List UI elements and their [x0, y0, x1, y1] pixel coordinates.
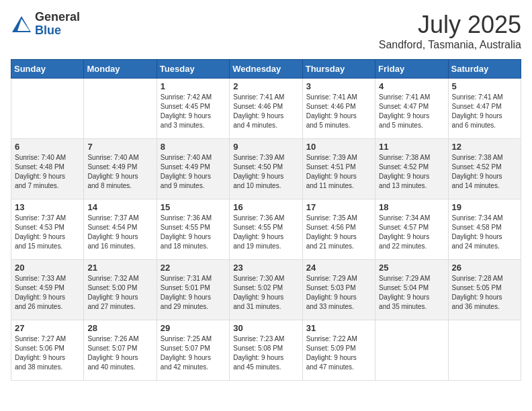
day-number: 26	[452, 263, 517, 273]
calendar-cell: 23Sunrise: 7:30 AM Sunset: 5:02 PM Dayli…	[230, 260, 302, 320]
day-number: 17	[306, 202, 371, 212]
week-row-1: 6Sunrise: 7:40 AM Sunset: 4:48 PM Daylig…	[11, 139, 521, 199]
calendar-cell: 11Sunrise: 7:38 AM Sunset: 4:52 PM Dayli…	[375, 139, 448, 199]
day-number: 31	[306, 323, 371, 333]
day-detail: Sunrise: 7:41 AM Sunset: 4:46 PM Dayligh…	[233, 93, 298, 130]
day-detail: Sunrise: 7:34 AM Sunset: 4:57 PM Dayligh…	[379, 214, 444, 251]
day-number: 14	[87, 202, 152, 212]
day-detail: Sunrise: 7:26 AM Sunset: 5:07 PM Dayligh…	[87, 334, 152, 372]
day-detail: Sunrise: 7:40 AM Sunset: 4:48 PM Dayligh…	[15, 153, 80, 191]
day-detail: Sunrise: 7:29 AM Sunset: 5:04 PM Dayligh…	[379, 274, 444, 312]
day-number: 24	[306, 263, 371, 273]
calendar-cell: 8Sunrise: 7:40 AM Sunset: 4:49 PM Daylig…	[157, 139, 229, 199]
day-number: 5	[452, 81, 517, 91]
day-detail: Sunrise: 7:29 AM Sunset: 5:03 PM Dayligh…	[306, 274, 371, 312]
calendar-cell: 1Sunrise: 7:42 AM Sunset: 4:45 PM Daylig…	[157, 79, 229, 139]
day-header-saturday: Saturday	[448, 60, 521, 79]
calendar-cell: 22Sunrise: 7:31 AM Sunset: 5:01 PM Dayli…	[157, 260, 229, 320]
day-number: 4	[379, 81, 444, 91]
calendar-cell: 27Sunrise: 7:27 AM Sunset: 5:06 PM Dayli…	[11, 320, 84, 381]
day-number: 23	[233, 263, 298, 273]
day-detail: Sunrise: 7:23 AM Sunset: 5:08 PM Dayligh…	[233, 334, 298, 372]
calendar-cell: 12Sunrise: 7:38 AM Sunset: 4:52 PM Dayli…	[448, 139, 521, 199]
day-number: 15	[161, 202, 226, 212]
day-detail: Sunrise: 7:25 AM Sunset: 5:07 PM Dayligh…	[161, 334, 226, 372]
day-number: 19	[452, 202, 517, 212]
day-number: 20	[15, 263, 80, 273]
day-number: 12	[452, 142, 517, 152]
day-number: 3	[306, 81, 371, 91]
calendar-cell: 21Sunrise: 7:32 AM Sunset: 5:00 PM Dayli…	[84, 260, 157, 320]
day-detail: Sunrise: 7:40 AM Sunset: 4:49 PM Dayligh…	[87, 153, 152, 191]
day-number: 16	[233, 202, 298, 212]
day-header-friday: Friday	[375, 60, 448, 79]
days-header-row: SundayMondayTuesdayWednesdayThursdayFrid…	[11, 60, 521, 79]
calendar-cell: 9Sunrise: 7:39 AM Sunset: 4:50 PM Daylig…	[230, 139, 302, 199]
day-detail: Sunrise: 7:38 AM Sunset: 4:52 PM Dayligh…	[379, 153, 444, 191]
week-row-3: 20Sunrise: 7:33 AM Sunset: 4:59 PM Dayli…	[11, 260, 521, 320]
day-detail: Sunrise: 7:34 AM Sunset: 4:58 PM Dayligh…	[452, 214, 517, 251]
calendar-cell: 15Sunrise: 7:36 AM Sunset: 4:55 PM Dayli…	[157, 199, 229, 260]
logo: General Blue	[11, 11, 80, 38]
day-number: 28	[87, 323, 152, 333]
day-detail: Sunrise: 7:37 AM Sunset: 4:53 PM Dayligh…	[15, 214, 80, 251]
calendar-table: SundayMondayTuesdayWednesdayThursdayFrid…	[11, 59, 521, 381]
calendar-cell: 17Sunrise: 7:35 AM Sunset: 4:56 PM Dayli…	[302, 199, 375, 260]
day-detail: Sunrise: 7:35 AM Sunset: 4:56 PM Dayligh…	[306, 214, 371, 251]
day-detail: Sunrise: 7:31 AM Sunset: 5:01 PM Dayligh…	[161, 274, 226, 312]
day-header-wednesday: Wednesday	[230, 60, 302, 79]
day-detail: Sunrise: 7:39 AM Sunset: 4:50 PM Dayligh…	[233, 153, 298, 191]
day-number: 9	[233, 142, 298, 152]
day-number: 18	[379, 202, 444, 212]
day-number: 11	[379, 142, 444, 152]
calendar-cell: 25Sunrise: 7:29 AM Sunset: 5:04 PM Dayli…	[375, 260, 448, 320]
calendar-cell: 31Sunrise: 7:22 AM Sunset: 5:09 PM Dayli…	[302, 320, 375, 381]
day-number: 25	[379, 263, 444, 273]
calendar-cell: 19Sunrise: 7:34 AM Sunset: 4:58 PM Dayli…	[448, 199, 521, 260]
calendar-cell: 30Sunrise: 7:23 AM Sunset: 5:08 PM Dayli…	[230, 320, 302, 381]
calendar-cell: 6Sunrise: 7:40 AM Sunset: 4:48 PM Daylig…	[11, 139, 84, 199]
day-number: 29	[161, 323, 226, 333]
logo-text: General Blue	[35, 11, 80, 38]
day-detail: Sunrise: 7:41 AM Sunset: 4:47 PM Dayligh…	[379, 93, 444, 130]
day-detail: Sunrise: 7:30 AM Sunset: 5:02 PM Dayligh…	[233, 274, 298, 312]
day-detail: Sunrise: 7:39 AM Sunset: 4:51 PM Dayligh…	[306, 153, 371, 191]
day-detail: Sunrise: 7:32 AM Sunset: 5:00 PM Dayligh…	[87, 274, 152, 312]
day-detail: Sunrise: 7:28 AM Sunset: 5:05 PM Dayligh…	[452, 274, 517, 312]
page-header: General Blue July 2025 Sandford, Tasmani…	[11, 11, 521, 51]
day-number: 2	[233, 81, 298, 91]
day-header-tuesday: Tuesday	[157, 60, 229, 79]
calendar-cell: 4Sunrise: 7:41 AM Sunset: 4:47 PM Daylig…	[375, 79, 448, 139]
calendar-cell	[11, 79, 84, 139]
day-detail: Sunrise: 7:38 AM Sunset: 4:52 PM Dayligh…	[452, 153, 517, 191]
calendar-cell: 29Sunrise: 7:25 AM Sunset: 5:07 PM Dayli…	[157, 320, 229, 381]
day-header-monday: Monday	[84, 60, 157, 79]
week-row-2: 13Sunrise: 7:37 AM Sunset: 4:53 PM Dayli…	[11, 199, 521, 260]
day-number: 22	[161, 263, 226, 273]
day-number: 1	[161, 81, 226, 91]
day-header-sunday: Sunday	[11, 60, 84, 79]
day-detail: Sunrise: 7:36 AM Sunset: 4:55 PM Dayligh…	[233, 214, 298, 251]
day-detail: Sunrise: 7:41 AM Sunset: 4:46 PM Dayligh…	[306, 93, 371, 130]
day-detail: Sunrise: 7:36 AM Sunset: 4:55 PM Dayligh…	[161, 214, 226, 251]
day-detail: Sunrise: 7:33 AM Sunset: 4:59 PM Dayligh…	[15, 274, 80, 312]
week-row-0: 1Sunrise: 7:42 AM Sunset: 4:45 PM Daylig…	[11, 79, 521, 139]
calendar-cell: 28Sunrise: 7:26 AM Sunset: 5:07 PM Dayli…	[84, 320, 157, 381]
calendar-cell	[84, 79, 157, 139]
calendar-cell	[375, 320, 448, 381]
calendar-cell: 26Sunrise: 7:28 AM Sunset: 5:05 PM Dayli…	[448, 260, 521, 320]
day-detail: Sunrise: 7:37 AM Sunset: 4:54 PM Dayligh…	[87, 214, 152, 251]
calendar-cell: 2Sunrise: 7:41 AM Sunset: 4:46 PM Daylig…	[230, 79, 302, 139]
title-block: July 2025 Sandford, Tasmania, Australia	[379, 11, 521, 51]
day-number: 7	[87, 142, 152, 152]
week-row-4: 27Sunrise: 7:27 AM Sunset: 5:06 PM Dayli…	[11, 320, 521, 381]
calendar-cell: 10Sunrise: 7:39 AM Sunset: 4:51 PM Dayli…	[302, 139, 375, 199]
calendar-cell: 13Sunrise: 7:37 AM Sunset: 4:53 PM Dayli…	[11, 199, 84, 260]
day-number: 21	[87, 263, 152, 273]
day-detail: Sunrise: 7:40 AM Sunset: 4:49 PM Dayligh…	[161, 153, 226, 191]
logo-blue-text: Blue	[35, 24, 80, 38]
calendar-cell: 7Sunrise: 7:40 AM Sunset: 4:49 PM Daylig…	[84, 139, 157, 199]
day-detail: Sunrise: 7:27 AM Sunset: 5:06 PM Dayligh…	[15, 334, 80, 372]
day-header-thursday: Thursday	[302, 60, 375, 79]
calendar-cell: 24Sunrise: 7:29 AM Sunset: 5:03 PM Dayli…	[302, 260, 375, 320]
